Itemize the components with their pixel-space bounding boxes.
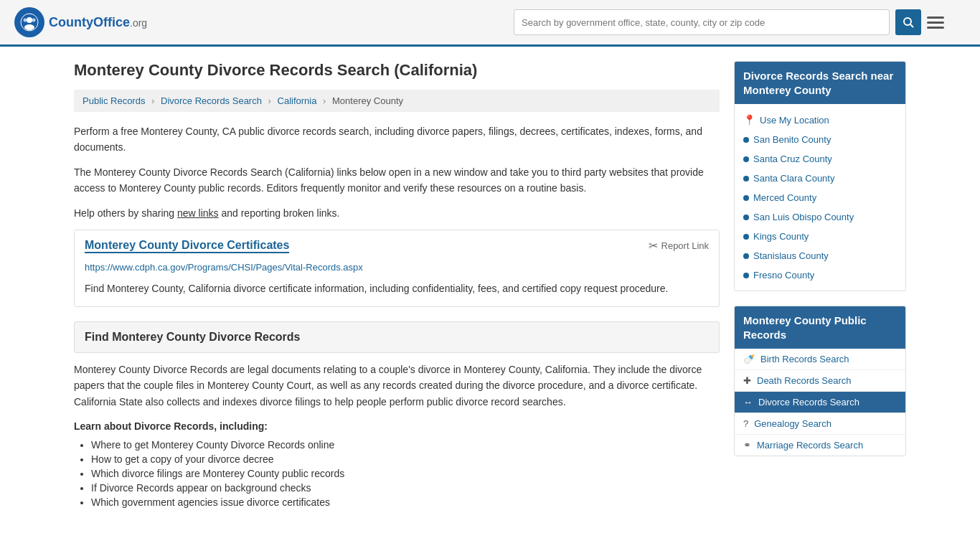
nearby-county-2[interactable]: Santa Clara County xyxy=(735,169,905,188)
svg-point-3 xyxy=(24,19,27,22)
nearby-county-6[interactable]: Stanislaus County xyxy=(735,246,905,265)
public-records-list: 🍼 Birth Records Search ✚ Death Records S… xyxy=(735,349,905,456)
search-button[interactable] xyxy=(895,9,921,35)
header: CountyOffice.org xyxy=(0,0,980,47)
nearby-county-4[interactable]: San Luis Obispo County xyxy=(735,207,905,227)
nearby-county-link-0[interactable]: San Benito County xyxy=(753,134,831,145)
logo-icon xyxy=(14,7,44,37)
breadcrumb-california[interactable]: California xyxy=(278,95,317,106)
resource-card-header: Monterey County Divorce Certificates ✂ R… xyxy=(75,230,719,262)
sidebar-nearby-list: 📍 Use My Location San Benito County Sant… xyxy=(735,104,905,291)
dot-icon-6 xyxy=(743,253,749,259)
sidebar-nearby-title: Divorce Records Search near Monterey Cou… xyxy=(735,62,905,104)
pub-rec-genealogy[interactable]: ? Genealogy Search xyxy=(735,413,905,435)
dot-icon-4 xyxy=(743,215,749,220)
menu-bar-3 xyxy=(927,27,944,29)
intro-para-1: Perform a free Monterey County, CA publi… xyxy=(74,123,720,156)
breadcrumb-public-records[interactable]: Public Records xyxy=(83,95,145,106)
nearby-county-3[interactable]: Merced County xyxy=(735,188,905,207)
genealogy-icon: ? xyxy=(743,418,748,429)
dot-icon-2 xyxy=(743,176,749,182)
intro-para-2: The Monterey County Divorce Records Sear… xyxy=(74,164,720,197)
info-body-text: Monterey County Divorce Records are lega… xyxy=(74,362,720,410)
dot-icon-7 xyxy=(743,273,749,278)
use-my-location-link[interactable]: Use My Location xyxy=(760,115,829,126)
menu-bar-2 xyxy=(927,22,944,24)
scissors-icon: ✂ xyxy=(649,239,658,253)
nearby-county-link-5[interactable]: Kings County xyxy=(753,231,809,242)
genealogy-link[interactable]: Genealogy Search xyxy=(754,418,831,429)
list-item: Which divorce filings are Monterey Count… xyxy=(91,468,720,479)
pub-rec-birth[interactable]: 🍼 Birth Records Search xyxy=(735,349,905,370)
intro-para-3-before: Help others by sharing xyxy=(74,207,177,219)
nearby-county-1[interactable]: Santa Cruz County xyxy=(735,149,905,169)
resource-card: Monterey County Divorce Certificates ✂ R… xyxy=(74,230,720,307)
info-section-title: Find Monterey County Divorce Records xyxy=(85,331,709,344)
content-area: Monterey County Divorce Records Search (… xyxy=(74,61,720,511)
svg-point-2 xyxy=(24,24,34,30)
search-icon xyxy=(903,17,914,28)
info-section: Find Monterey County Divorce Records xyxy=(74,321,720,353)
breadcrumb-sep-3: › xyxy=(323,95,326,106)
sidebar: Divorce Records Search near Monterey Cou… xyxy=(734,61,906,511)
nearby-county-5[interactable]: Kings County xyxy=(735,227,905,246)
resource-title-link[interactable]: Monterey County Divorce Certificates xyxy=(85,239,289,253)
nearby-county-7[interactable]: Fresno County xyxy=(735,265,905,285)
svg-line-6 xyxy=(910,24,913,27)
intro-para-3-after: and reporting broken links. xyxy=(219,207,340,219)
breadcrumb-divorce-records[interactable]: Divorce Records Search xyxy=(161,95,262,106)
divorce-icon: ↔ xyxy=(743,397,753,408)
death-records-link[interactable]: Death Records Search xyxy=(757,375,852,386)
report-link-label: Report Link xyxy=(661,240,709,251)
pub-rec-divorce[interactable]: ↔ Divorce Records Search xyxy=(735,392,905,413)
list-item: Where to get Monterey County Divorce Rec… xyxy=(91,439,720,451)
menu-button[interactable] xyxy=(927,17,944,29)
nearby-county-link-2[interactable]: Santa Clara County xyxy=(753,173,834,184)
list-item: How to get a copy of your divorce decree xyxy=(91,453,720,465)
logo-area: CountyOffice.org xyxy=(14,7,147,37)
breadcrumb-current: Monterey County xyxy=(332,95,403,106)
divorce-records-link[interactable]: Divorce Records Search xyxy=(758,397,859,408)
death-icon: ✚ xyxy=(743,375,751,386)
main-layout: Monterey County Divorce Records Search (… xyxy=(60,47,920,525)
svg-point-1 xyxy=(27,17,32,23)
svg-point-4 xyxy=(32,19,36,22)
breadcrumb-sep-1: › xyxy=(151,95,154,106)
dot-icon-3 xyxy=(743,195,749,201)
use-my-location-item[interactable]: 📍 Use My Location xyxy=(735,110,905,130)
breadcrumb: Public Records › Divorce Records Search … xyxy=(74,90,720,112)
info-body-area: Monterey County Divorce Records are lega… xyxy=(74,362,720,508)
marriage-records-link[interactable]: Marriage Records Search xyxy=(757,440,863,451)
learn-list: Where to get Monterey County Divorce Rec… xyxy=(91,439,720,508)
search-input[interactable] xyxy=(514,9,890,35)
nearby-county-link-3[interactable]: Merced County xyxy=(753,192,816,203)
nearby-county-link-6[interactable]: Stanislaus County xyxy=(753,250,829,261)
dot-icon-5 xyxy=(743,234,749,240)
learn-title: Learn about Divorce Records, including: xyxy=(74,418,720,434)
search-area xyxy=(514,9,944,35)
birth-icon: 🍼 xyxy=(743,354,755,364)
dot-icon-0 xyxy=(743,137,749,143)
list-item: If Divorce Records appear on background … xyxy=(91,482,720,494)
dot-icon-1 xyxy=(743,156,749,162)
nearby-county-0[interactable]: San Benito County xyxy=(735,130,905,149)
birth-records-link[interactable]: Birth Records Search xyxy=(760,354,849,364)
breadcrumb-sep-2: › xyxy=(268,95,271,106)
nearby-county-link-7[interactable]: Fresno County xyxy=(753,270,814,281)
location-icon: 📍 xyxy=(743,114,755,126)
nearby-county-link-4[interactable]: San Luis Obispo County xyxy=(753,212,854,222)
sidebar-public-records-title: Monterey County Public Records xyxy=(735,306,905,349)
pub-rec-death[interactable]: ✚ Death Records Search xyxy=(735,370,905,392)
pub-rec-marriage[interactable]: ⚭ Marriage Records Search xyxy=(735,435,905,456)
logo-text: CountyOffice.org xyxy=(49,15,147,30)
new-links-link[interactable]: new links xyxy=(177,207,219,219)
marriage-icon: ⚭ xyxy=(743,440,751,451)
page-title: Monterey County Divorce Records Search (… xyxy=(74,61,720,80)
nearby-county-link-1[interactable]: Santa Cruz County xyxy=(753,154,832,164)
resource-desc: Find Monterey County, California divorce… xyxy=(75,277,719,306)
sidebar-public-records-section: Monterey County Public Records 🍼 Birth R… xyxy=(734,306,906,456)
report-link-button[interactable]: ✂ Report Link xyxy=(649,239,709,253)
list-item: Which government agencies issue divorce … xyxy=(91,496,720,508)
resource-url: https://www.cdph.ca.gov/Programs/CHSI/Pa… xyxy=(75,262,719,277)
svg-point-5 xyxy=(904,18,911,25)
